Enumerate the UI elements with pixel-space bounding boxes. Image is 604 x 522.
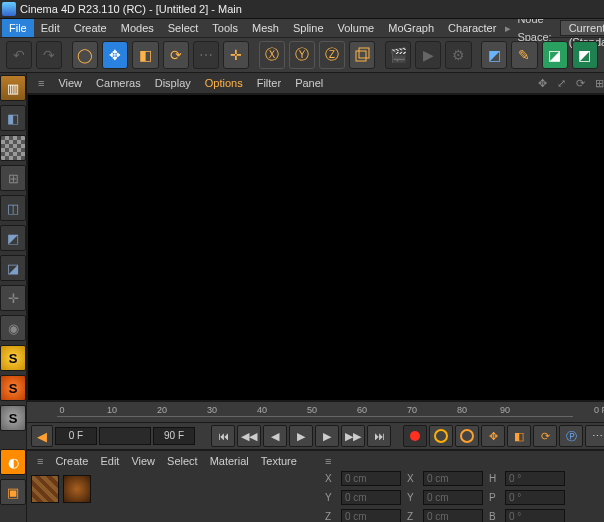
vp-menu-options[interactable]: Options <box>200 77 248 89</box>
size-y-field[interactable]: 0 cm <box>423 490 483 505</box>
lab-z: Z <box>325 511 335 522</box>
lastsel-button[interactable]: ▣ <box>0 479 26 505</box>
menu-select[interactable]: Select <box>161 19 206 37</box>
timeline-ruler[interactable]: 0 10 20 30 40 50 60 70 80 90 0 F <box>27 401 604 423</box>
lasttool-button[interactable]: ⋯ <box>193 41 219 69</box>
size-x-field[interactable]: 0 cm <box>423 471 483 486</box>
axis-x-button[interactable]: Ⓧ <box>259 41 285 69</box>
rot-p-field[interactable]: 0 ° <box>505 490 565 505</box>
vp-menu-view[interactable]: View <box>53 77 87 89</box>
perspective-viewport[interactable] <box>27 94 604 401</box>
vp-move-icon[interactable]: ✥ <box>535 77 550 90</box>
material-options-icon[interactable]: ≡ <box>31 455 49 467</box>
goto-end-button[interactable]: ⏭ <box>367 425 391 447</box>
pos-key-button[interactable]: ✥ <box>481 425 505 447</box>
menu-edit[interactable]: Edit <box>34 19 67 37</box>
vp-menu-filter[interactable]: Filter <box>252 77 286 89</box>
timeline-menu-icon[interactable]: ⋯ <box>585 425 604 447</box>
menu-modes[interactable]: Modes <box>114 19 161 37</box>
scale-tool-button[interactable]: ◧ <box>132 41 158 69</box>
rot-b-field[interactable]: 0 ° <box>505 509 565 522</box>
vp-layout-icon[interactable]: ⊞ <box>592 77 604 90</box>
material-swatch-1[interactable] <box>31 475 59 503</box>
end-frame-field[interactable]: 90 F <box>153 427 195 445</box>
mat-menu-view[interactable]: View <box>125 455 161 467</box>
param-key-button[interactable]: Ⓟ <box>559 425 583 447</box>
render-picture-button[interactable]: ▶ <box>415 41 441 69</box>
prev-key-button[interactable]: ◀◀ <box>237 425 261 447</box>
next-key-button[interactable]: ▶▶ <box>341 425 365 447</box>
coords-options-icon[interactable]: ≡ <box>325 455 331 467</box>
timeline-marker-icon[interactable]: ◀ <box>31 425 53 447</box>
edges-mode-button[interactable]: ◩ <box>0 225 26 251</box>
prev-frame-button[interactable]: ◀ <box>263 425 287 447</box>
mat-menu-create[interactable]: Create <box>49 455 94 467</box>
menu-create[interactable]: Create <box>67 19 114 37</box>
axis-z-button[interactable]: Ⓩ <box>319 41 345 69</box>
pos-x-field[interactable]: 0 cm <box>341 471 401 486</box>
time-slider[interactable] <box>99 427 151 445</box>
points-mode-button[interactable]: ◫ <box>0 195 26 221</box>
render-view-button[interactable]: 🎬 <box>385 41 411 69</box>
play-button[interactable]: ▶ <box>289 425 313 447</box>
move-tool-button[interactable]: ✥ <box>102 41 128 69</box>
model-mode-button[interactable]: ◧ <box>0 105 26 131</box>
viewport-solo-button[interactable]: ◉ <box>0 315 26 341</box>
record-button[interactable] <box>403 425 427 447</box>
snap-b-button[interactable]: S <box>0 375 26 401</box>
menu-character[interactable]: Character <box>441 19 503 37</box>
select-tool-button[interactable]: ◯ <box>72 41 98 69</box>
size-z-field[interactable]: 0 cm <box>423 509 483 522</box>
vp-zoom-icon[interactable]: ⤢ <box>554 77 569 90</box>
menu-mesh[interactable]: Mesh <box>245 19 286 37</box>
workplane-button[interactable]: ⊞ <box>0 165 26 191</box>
place-tool-button[interactable]: ✛ <box>223 41 249 69</box>
mat-menu-edit[interactable]: Edit <box>94 455 125 467</box>
add-generator-button[interactable]: ◪ <box>542 41 568 69</box>
material-swatch-2[interactable] <box>63 475 91 503</box>
rotate-tool-button[interactable]: ⟳ <box>163 41 189 69</box>
mat-menu-material[interactable]: Material <box>204 455 255 467</box>
nodespace-dropdown[interactable]: Current (Standard/Physical) <box>560 20 604 36</box>
render-settings-button[interactable]: ⚙ <box>445 41 471 69</box>
vp-menu-panel[interactable]: Panel <box>290 77 328 89</box>
menu-volume[interactable]: Volume <box>331 19 382 37</box>
vp-menu-display[interactable]: Display <box>150 77 196 89</box>
rot-key-button[interactable]: ⟳ <box>533 425 557 447</box>
coord-system-button[interactable] <box>349 41 375 69</box>
rot-h-field[interactable]: 0 ° <box>505 471 565 486</box>
snap-c-button[interactable]: S <box>0 405 26 431</box>
polys-mode-button[interactable]: ◪ <box>0 255 26 281</box>
svg-rect-1 <box>359 48 369 58</box>
snap-a-button[interactable]: S <box>0 345 26 371</box>
tick-80: 80 <box>457 405 467 415</box>
undo-button[interactable]: ↶ <box>6 41 32 69</box>
add-deformer-button[interactable]: ◩ <box>572 41 598 69</box>
vp-menu-cameras[interactable]: Cameras <box>91 77 146 89</box>
pos-z-field[interactable]: 0 cm <box>341 509 401 522</box>
menu-file[interactable]: File <box>2 19 34 37</box>
vp-rotate-icon[interactable]: ⟳ <box>573 77 588 90</box>
goto-start-button[interactable]: ⏮ <box>211 425 235 447</box>
add-spline-button[interactable]: ✎ <box>511 41 537 69</box>
tweak-button[interactable]: ◐ <box>0 449 26 475</box>
autokey-button[interactable] <box>429 425 453 447</box>
menu-tools[interactable]: Tools <box>205 19 245 37</box>
keyframe-sel-button[interactable] <box>455 425 479 447</box>
next-frame-button[interactable]: ▶ <box>315 425 339 447</box>
redo-button[interactable]: ↷ <box>36 41 62 69</box>
mat-menu-select[interactable]: Select <box>161 455 204 467</box>
mat-menu-texture[interactable]: Texture <box>255 455 303 467</box>
viewport-options-icon[interactable]: ≡ <box>33 77 49 89</box>
menu-spline[interactable]: Spline <box>286 19 331 37</box>
menu-more-icon[interactable]: ▸ <box>503 19 513 37</box>
start-frame-field[interactable]: 0 F <box>55 427 97 445</box>
pos-y-field[interactable]: 0 cm <box>341 490 401 505</box>
axis-mode-button[interactable]: ✛ <box>0 285 26 311</box>
texture-mode-button[interactable] <box>0 135 26 161</box>
make-editable-button[interactable]: ▥ <box>0 75 26 101</box>
scale-key-button[interactable]: ◧ <box>507 425 531 447</box>
axis-y-button[interactable]: Ⓨ <box>289 41 315 69</box>
add-cube-button[interactable]: ◩ <box>481 41 507 69</box>
menu-mograph[interactable]: MoGraph <box>381 19 441 37</box>
